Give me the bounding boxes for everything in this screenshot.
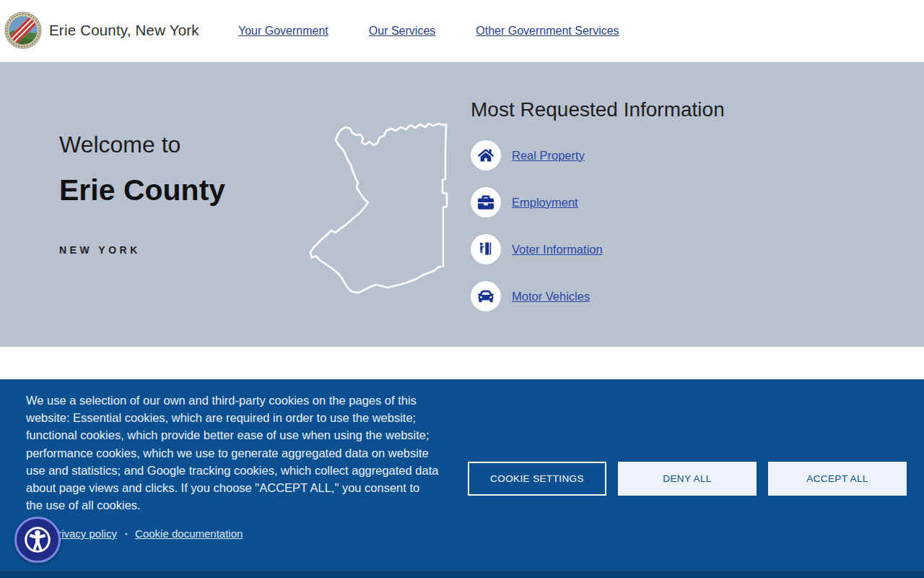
home-icon xyxy=(471,140,501,171)
erie-county-map-outline xyxy=(296,108,462,303)
real-property-link[interactable]: Real Property xyxy=(512,149,585,163)
main-nav: Your Government Our Services Other Gover… xyxy=(238,0,619,62)
site-home-link[interactable]: Erie County, New York xyxy=(4,12,199,49)
universal-access-icon xyxy=(22,524,53,556)
site-header: Erie County, New York Your Government Ou… xyxy=(0,0,924,62)
nav-your-government[interactable]: Your Government xyxy=(238,25,328,38)
cookie-message: We use a selection of our own and third-… xyxy=(26,392,439,514)
cookie-consent-banner: We use a selection of our own and third-… xyxy=(0,379,924,578)
nav-our-services[interactable]: Our Services xyxy=(369,25,435,38)
county-seal-logo xyxy=(4,12,42,49)
hero-state-label: NEW YORK xyxy=(59,244,141,256)
site-title: Erie County, New York xyxy=(49,22,199,39)
deny-all-button[interactable]: DENY ALL xyxy=(618,462,757,496)
motor-vehicles-link[interactable]: Motor Vehicles xyxy=(512,290,590,303)
hero-section: Welcome to Erie County NEW YORK Most Req… xyxy=(0,62,924,347)
hero-county-name: Erie County xyxy=(59,173,225,207)
most-requested-list: Real Property Employment Voter Inf xyxy=(471,140,603,328)
most-requested-title: Most Requested Information xyxy=(471,98,725,121)
list-item-motor-vehicles[interactable]: Motor Vehicles xyxy=(471,281,603,311)
voter-information-link[interactable]: Voter Information xyxy=(512,243,603,256)
briefcase-icon xyxy=(471,187,501,217)
car-icon xyxy=(471,281,501,311)
employment-link[interactable]: Employment xyxy=(512,196,578,210)
cookie-settings-button[interactable]: COOKIE SETTINGS xyxy=(468,462,606,496)
list-item-voter-information[interactable]: Voter Information xyxy=(471,234,603,264)
list-item-employment[interactable]: Employment xyxy=(471,187,603,217)
banner-bottom-shade xyxy=(0,571,924,578)
person-booth-icon xyxy=(471,234,501,264)
cookie-documentation-link[interactable]: Cookie documentation xyxy=(135,527,243,540)
accessibility-widget-button[interactable] xyxy=(14,517,61,563)
bullet-separator: ▪ xyxy=(125,530,127,538)
hero-welcome-text: Welcome to xyxy=(59,131,180,158)
list-item-real-property[interactable]: Real Property xyxy=(471,140,603,171)
cookie-buttons: COOKIE SETTINGS DENY ALL ACCEPT ALL xyxy=(468,462,907,496)
nav-other-government-services[interactable]: Other Government Services xyxy=(476,25,619,38)
accept-all-button[interactable]: ACCEPT ALL xyxy=(768,462,907,496)
